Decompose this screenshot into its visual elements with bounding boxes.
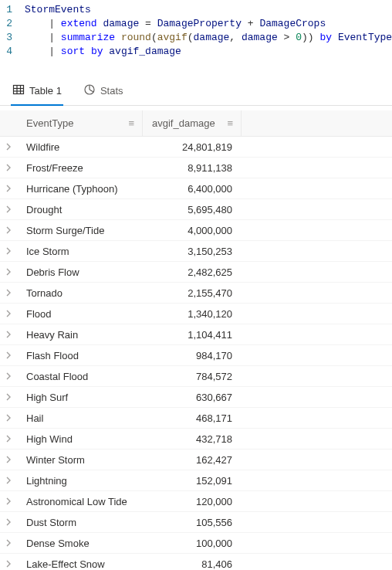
cell-eventtype: Ice Storm	[17, 246, 143, 257]
expand-row-icon[interactable]	[0, 518, 17, 526]
column-header-avgif-damage[interactable]: avgif_damage ≡	[143, 110, 242, 136]
table-row[interactable]: Astronomical Low Tide120,000	[0, 491, 392, 512]
tab-table[interactable]: Table 1	[11, 80, 63, 106]
table-row[interactable]: Winter Storm162,427	[0, 450, 392, 470]
line-number: 2	[0, 17, 19, 31]
tab-stats[interactable]: Stats	[82, 80, 125, 106]
cell-avgif-damage: 630,667	[143, 392, 242, 403]
table-row[interactable]: Wildfire24,801,819	[0, 137, 392, 158]
table-body: Wildfire24,801,819Frost/Freeze8,911,138H…	[0, 137, 392, 570]
expand-row-icon[interactable]	[0, 247, 17, 255]
editor-line[interactable]: 4 | sort by avgif_damage	[0, 45, 392, 59]
cell-eventtype: Flood	[17, 308, 143, 320]
cell-avgif-damage: 2,482,625	[143, 266, 242, 278]
line-number: 3	[0, 31, 19, 45]
table-row[interactable]: Ice Storm3,150,253	[0, 241, 392, 262]
cell-eventtype: High Wind	[17, 433, 143, 445]
cell-avgif-damage: 105,556	[143, 517, 242, 528]
table-row[interactable]: Flood1,340,120	[0, 304, 392, 324]
expand-row-icon[interactable]	[0, 289, 17, 297]
cell-avgif-damage: 468,171	[143, 412, 242, 424]
expand-row-icon[interactable]	[0, 331, 17, 338]
table-row[interactable]: Hurricane (Typhoon)6,400,000	[0, 178, 392, 199]
column-header-label: EventType	[26, 117, 73, 129]
expand-row-icon[interactable]	[0, 456, 17, 463]
cell-avgif-damage: 100,000	[143, 538, 242, 549]
table-row[interactable]: Drought5,695,480	[0, 199, 392, 220]
column-header-eventtype[interactable]: EventType ≡	[17, 110, 143, 136]
cell-eventtype: Coastal Flood	[17, 371, 143, 382]
svg-rect-0	[14, 86, 24, 94]
results-table: EventType ≡ avgif_damage ≡ Wildfire24,80…	[0, 106, 392, 570]
table-row[interactable]: Hail468,171	[0, 408, 392, 429]
table-icon	[12, 83, 25, 98]
expand-row-icon[interactable]	[0, 372, 17, 380]
table-row[interactable]: High Wind432,718	[0, 429, 392, 450]
table-row[interactable]: Dense Smoke100,000	[0, 533, 392, 554]
column-menu-icon[interactable]: ≡	[227, 117, 233, 129]
expand-row-icon[interactable]	[0, 351, 17, 359]
expand-row-icon[interactable]	[0, 143, 17, 151]
expand-row-icon[interactable]	[0, 185, 17, 192]
column-menu-icon[interactable]: ≡	[128, 117, 134, 129]
table-row[interactable]: Tornado2,155,470	[0, 283, 392, 304]
expand-row-icon[interactable]	[0, 268, 17, 276]
expand-row-icon[interactable]	[0, 477, 17, 484]
table-row[interactable]: Debris Flow2,482,625	[0, 262, 392, 283]
cell-eventtype: Dust Storm	[17, 517, 143, 528]
table-row[interactable]: Flash Flood984,170	[0, 345, 392, 366]
cell-avgif-damage: 8,911,138	[143, 162, 242, 174]
editor-line[interactable]: 3 | summarize round(avgif(damage, damage…	[0, 31, 392, 45]
table-row[interactable]: Lake-Effect Snow81,406	[0, 554, 392, 570]
expand-row-icon[interactable]	[0, 226, 17, 234]
cell-avgif-damage: 784,572	[143, 371, 242, 382]
cell-eventtype: Storm Surge/Tide	[17, 225, 143, 236]
cell-eventtype: Hurricane (Typhoon)	[17, 183, 143, 195]
cell-eventtype: Heavy Rain	[17, 329, 143, 341]
table-row[interactable]: Dust Storm105,556	[0, 512, 392, 533]
table-row[interactable]: Frost/Freeze8,911,138	[0, 158, 392, 178]
expand-row-icon[interactable]	[0, 435, 17, 443]
cell-avgif-damage: 120,000	[143, 496, 242, 507]
cell-eventtype: Lake-Effect Snow	[17, 558, 143, 570]
code-content[interactable]: | summarize round(avgif(damage, damage >…	[19, 31, 392, 45]
expand-row-icon[interactable]	[0, 497, 17, 505]
expand-row-icon[interactable]	[0, 393, 17, 401]
expand-row-icon[interactable]	[0, 205, 17, 213]
cell-eventtype: Flash Flood	[17, 350, 143, 361]
line-number: 1	[0, 3, 19, 17]
header-expand-spacer	[0, 110, 17, 136]
cell-eventtype: Dense Smoke	[17, 538, 143, 549]
table-row[interactable]: Heavy Rain1,104,411	[0, 324, 392, 345]
cell-avgif-damage: 3,150,253	[143, 246, 242, 257]
code-editor[interactable]: 1StormEvents2 | extend damage = DamagePr…	[0, 0, 392, 65]
cell-avgif-damage: 432,718	[143, 433, 242, 445]
expand-row-icon[interactable]	[0, 414, 17, 422]
cell-avgif-damage: 6,400,000	[143, 183, 242, 195]
cell-eventtype: Winter Storm	[17, 454, 143, 466]
cell-eventtype: Astronomical Low Tide	[17, 496, 143, 507]
table-row[interactable]: Coastal Flood784,572	[0, 366, 392, 387]
code-content[interactable]: | extend damage = DamageProperty + Damag…	[19, 17, 326, 31]
cell-avgif-damage: 152,091	[143, 475, 242, 487]
table-row[interactable]: Lightning152,091	[0, 470, 392, 491]
expand-row-icon[interactable]	[0, 310, 17, 317]
tab-table-label: Table 1	[29, 85, 62, 97]
cell-eventtype: Hail	[17, 412, 143, 424]
code-content[interactable]: | sort by avgif_damage	[19, 45, 181, 59]
cell-eventtype: Lightning	[17, 475, 143, 487]
cell-avgif-damage: 81,406	[143, 558, 242, 570]
expand-row-icon[interactable]	[0, 560, 17, 568]
cell-eventtype: High Surf	[17, 392, 143, 403]
editor-line[interactable]: 2 | extend damage = DamageProperty + Dam…	[0, 17, 392, 31]
code-content[interactable]: StormEvents	[19, 3, 91, 17]
editor-line[interactable]: 1StormEvents	[0, 3, 392, 17]
column-header-label: avgif_damage	[152, 117, 215, 129]
cell-eventtype: Frost/Freeze	[17, 162, 143, 174]
table-row[interactable]: High Surf630,667	[0, 387, 392, 408]
expand-row-icon[interactable]	[0, 539, 17, 547]
expand-row-icon[interactable]	[0, 164, 17, 171]
table-header-row: EventType ≡ avgif_damage ≡	[0, 110, 392, 137]
table-row[interactable]: Storm Surge/Tide4,000,000	[0, 220, 392, 241]
line-number: 4	[0, 45, 19, 59]
